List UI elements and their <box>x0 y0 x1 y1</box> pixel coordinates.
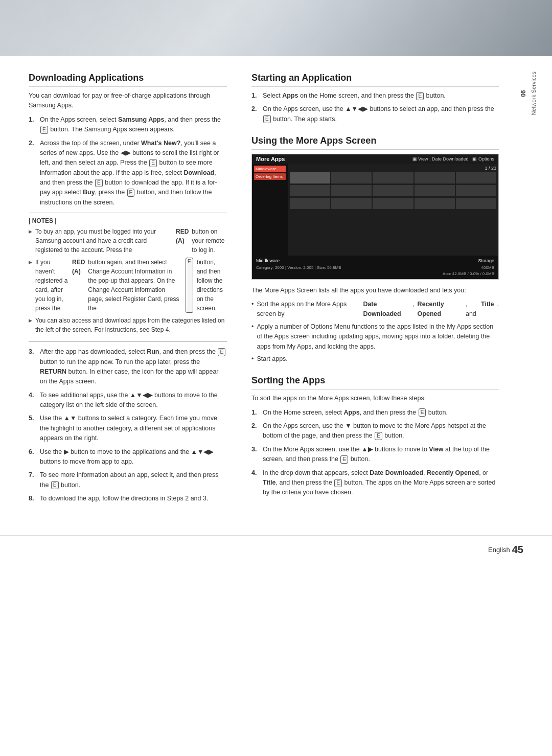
screen-body: Middleware Ordering Items 1 / 23 <box>252 164 498 256</box>
enter-button-icon-12: E <box>340 455 348 464</box>
step-3: 3. After the app has downloaded, select … <box>29 347 227 387</box>
sort-step-3: 3. On the More Apps screen, use the ▲▶ b… <box>251 445 499 465</box>
app-cell <box>290 172 330 184</box>
sorting-steps: 1. On the Home screen, select Apps, and … <box>251 408 499 498</box>
bullet-3: Start apps. <box>251 354 499 364</box>
screen-sidebar: Middleware Ordering Items <box>252 164 288 256</box>
step-4: 4. To see additional apps, use the ▲▼◀▶ … <box>29 391 227 410</box>
step-5: 5. Use the ▲▼ buttons to select a catego… <box>29 414 227 443</box>
enter-button-icon-7: E <box>51 481 59 489</box>
step-7: 7. To see more information about an app,… <box>29 470 227 490</box>
sort-step-1: 1. On the Home screen, select Apps, and … <box>251 408 499 418</box>
screen-grid-row3 <box>290 198 496 209</box>
sorting-title: Sorting the Apps <box>251 375 499 390</box>
sidebar-middleware: Middleware <box>254 166 286 172</box>
note-1: To buy an app, you must be logged into y… <box>29 227 227 255</box>
enter-button-icon-10: E <box>419 408 426 417</box>
sort-step-4: 4. In the drop down that appears, select… <box>251 468 499 498</box>
screen-main: 1 / 23 <box>288 164 498 256</box>
page-footer: English 45 <box>0 535 552 566</box>
downloading-steps-1-2: 1. On the Apps screen, select Samsung Ap… <box>29 115 227 208</box>
app-cell <box>373 185 413 196</box>
screen-grid-row2 <box>290 185 496 196</box>
app-cell <box>415 185 455 196</box>
more-apps-section: Using the More Apps Screen More Apps ▣ V… <box>251 135 499 364</box>
app-cell <box>373 198 413 209</box>
app-cell <box>290 185 330 196</box>
enter-button-icon-6: E <box>218 348 225 356</box>
app-cell <box>415 172 455 184</box>
screen-header-title: More Apps <box>256 156 285 162</box>
app-cell <box>290 198 330 209</box>
app-cell <box>331 198 372 209</box>
screen-options: ▣ Options <box>472 156 494 162</box>
app-cell <box>456 172 496 184</box>
screen-footer: Middleware Category: 2000 | Version: 2.0… <box>252 256 498 279</box>
content-area: Downloading Applications You can downloa… <box>0 56 552 525</box>
screen-mockup: More Apps ▣ View : Date Downloaded ▣ Opt… <box>251 154 499 280</box>
right-column: Starting an Application 1. Select Apps o… <box>243 73 523 509</box>
enter-button-icon-3: E <box>95 179 103 187</box>
app-cell <box>456 185 496 196</box>
downloading-steps-3-8: 3. After the app has downloaded, select … <box>29 347 227 503</box>
left-column: Downloading Applications You can downloa… <box>29 73 243 509</box>
screen-grid-row1 <box>290 172 496 184</box>
sorting-section: Sorting the Apps To sort the apps on the… <box>251 375 499 497</box>
app-cell <box>373 172 413 184</box>
more-apps-title: Using the More Apps Screen <box>251 135 499 150</box>
downloading-title: Downloading Applications <box>29 73 227 87</box>
enter-button-icon-13: E <box>334 479 342 487</box>
app-cell <box>415 198 455 209</box>
screen-footer-right: Storage 400MB App: 42.0MB / 0.0% / 0.0MB <box>443 258 494 277</box>
enter-button-icon-11: E <box>375 432 382 440</box>
screen-header: More Apps ▣ View : Date Downloaded ▣ Opt… <box>252 154 498 164</box>
screen-view-option: ▣ View : Date Downloaded <box>412 156 469 162</box>
step-1: 1. On the Apps screen, select Samsung Ap… <box>29 115 227 135</box>
footer-page-number: 45 <box>512 544 523 556</box>
more-apps-bullets: Sort the apps on the More Apps screen by… <box>251 300 499 364</box>
enter-button-icon-9: E <box>263 115 271 123</box>
step-8: 8. To download the app, follow the direc… <box>29 494 227 503</box>
note-3: You can also access and download apps fr… <box>29 316 227 334</box>
app-cell <box>456 198 496 209</box>
notes-title: | NOTES | <box>29 217 227 224</box>
enter-button-icon-5: E <box>186 258 193 313</box>
step-6: 6. Use the ▶ button to move to the appli… <box>29 447 227 467</box>
starting-step-1: 1. Select Apps on the Home screen, and t… <box>251 91 499 101</box>
enter-button-icon: E <box>40 126 48 134</box>
app-cell <box>331 185 372 196</box>
app-cell <box>331 172 372 184</box>
sidebar-ordering: Ordering Items <box>254 173 286 180</box>
enter-button-icon-8: E <box>416 92 424 100</box>
enter-button-icon-4: E <box>127 189 135 197</box>
sort-step-2: 2. On the Apps screen, use the ▼ button … <box>251 421 499 441</box>
step-2: 2. Across the top of the screen, under W… <box>29 139 227 208</box>
more-apps-desc: The More Apps Screen lists all the apps … <box>251 286 499 295</box>
downloading-intro: You can download for pay or free-of-char… <box>29 91 227 111</box>
starting-steps: 1. Select Apps on the Home screen, and t… <box>251 91 499 124</box>
notes-list: To buy an app, you must be logged into y… <box>29 227 227 334</box>
sorting-intro: To sort the apps on the More Apps screen… <box>251 394 499 403</box>
bullet-1: Sort the apps on the More Apps screen by… <box>251 300 499 319</box>
note-2: If you haven't registered a card, after … <box>29 258 227 313</box>
screen-page-num: 1 / 23 <box>290 166 496 171</box>
enter-button-icon-2: E <box>149 159 157 167</box>
bullet-2: Apply a number of Options Menu functions… <box>251 322 499 352</box>
header-banner <box>0 0 552 56</box>
starting-step-2: 2. On the Apps screen, use the ▲▼◀▶ butt… <box>251 104 499 124</box>
screen-header-controls: ▣ View : Date Downloaded ▣ Options <box>412 156 494 162</box>
footer-language: English <box>488 546 510 554</box>
screen-footer-left: Middleware Category: 2000 | Version: 2.0… <box>256 258 341 277</box>
starting-title: Starting an Application <box>251 73 499 87</box>
notes-box: | NOTES | To buy an app, you must be log… <box>29 213 227 342</box>
